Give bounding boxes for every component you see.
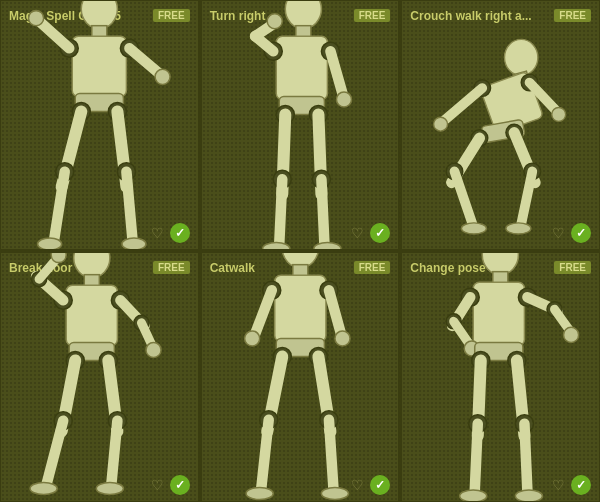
svg-point-49 [552,108,566,122]
card-change-pose: Change pose FREE [401,252,600,502]
robot-figure [410,0,591,250]
robot-figure [210,252,391,502]
card-figure [9,35,190,219]
svg-point-117 [564,328,579,343]
card-break-door: Break door FREE [0,252,199,502]
svg-rect-63 [66,286,117,346]
heart-icon[interactable]: ♡ [552,225,565,241]
svg-line-46 [445,88,483,120]
card-crouch-walk-right: Crouch walk right a... FREE [401,0,600,250]
svg-line-92 [329,290,341,334]
svg-line-116 [555,310,570,331]
svg-point-20 [285,0,321,29]
check-icon[interactable]: ✓ [370,475,390,495]
svg-rect-107 [474,283,525,346]
animation-grid: Magic Spell Cast 05 FREE [0,0,600,502]
svg-point-29 [336,92,351,107]
svg-point-8 [155,70,170,85]
check-icon[interactable]: ✓ [170,475,190,495]
check-icon[interactable]: ✓ [170,223,190,243]
svg-line-7 [129,49,159,75]
card-figure [410,35,591,219]
card-figure [210,35,391,219]
robot-figure [210,0,391,250]
card-footer: ♡ ✓ [410,471,591,495]
svg-point-41 [505,39,538,75]
svg-point-93 [335,331,350,346]
svg-line-5 [39,22,69,49]
card-footer: ♡ ✓ [9,219,190,243]
svg-rect-22 [276,37,327,100]
heart-icon[interactable]: ♡ [351,477,364,493]
svg-point-27 [267,14,282,29]
svg-rect-87 [274,275,325,341]
card-footer: ♡ ✓ [9,471,190,495]
card-turn-right: Turn right FREE [201,0,400,250]
svg-line-55 [455,171,473,224]
robot-figure [9,252,190,502]
check-icon[interactable]: ✓ [370,223,390,243]
svg-point-69 [51,252,66,263]
svg-point-61 [74,252,110,278]
svg-line-28 [330,52,342,94]
card-figure [9,287,190,471]
heart-icon[interactable]: ♡ [151,477,164,493]
card-footer: ♡ ✓ [210,219,391,243]
svg-line-72 [141,323,152,346]
svg-point-0 [81,0,117,29]
heart-icon[interactable]: ♡ [351,225,364,241]
svg-rect-2 [72,37,126,97]
svg-line-59 [522,171,533,224]
check-icon[interactable]: ✓ [571,223,591,243]
svg-point-73 [146,343,161,358]
card-catwalk: Catwalk FREE [201,252,400,502]
heart-icon[interactable]: ♡ [151,225,164,241]
robot-figure [9,0,190,250]
heart-icon[interactable]: ♡ [552,477,565,493]
card-footer: ♡ ✓ [210,471,391,495]
svg-point-47 [434,117,448,131]
card-magic-spell-cast-05: Magic Spell Cast 05 FREE [0,0,199,250]
card-figure [410,287,591,471]
robot-figure [410,252,591,502]
svg-point-36 [262,243,289,250]
svg-point-6 [29,11,44,26]
check-icon[interactable]: ✓ [571,475,591,495]
svg-line-90 [255,290,272,334]
card-footer: ♡ ✓ [410,219,591,243]
card-figure [210,287,391,471]
svg-point-40 [314,243,341,250]
svg-point-91 [244,331,259,346]
